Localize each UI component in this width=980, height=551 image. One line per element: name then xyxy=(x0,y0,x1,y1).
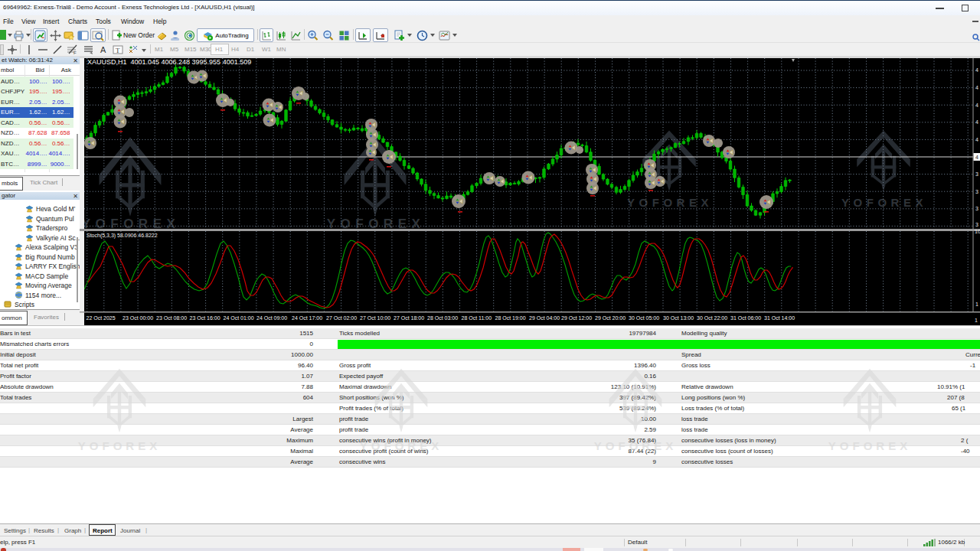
svg-text:30 Oct 13:00: 30 Oct 13:00 xyxy=(663,315,694,321)
svg-text:24 Oct 09:00: 24 Oct 09:00 xyxy=(256,315,287,321)
svg-text:31 Oct 14:00: 31 Oct 14:00 xyxy=(764,315,795,321)
svg-text:22 Oct 2025: 22 Oct 2025 xyxy=(87,315,116,321)
svg-text:28 Oct 11:00: 28 Oct 11:00 xyxy=(462,315,492,321)
svg-text:23 Oct 16:00: 23 Oct 16:00 xyxy=(190,315,220,321)
svg-text:23 Oct 00:00: 23 Oct 00:00 xyxy=(122,315,153,321)
svg-text:XAUUSD,H1 4001.045 4006.248 3: XAUUSD,H1 4001.045 4006.248 3995.955 400… xyxy=(87,58,251,66)
svg-text:4: 4 xyxy=(975,119,978,125)
svg-text:24 Oct 17:00: 24 Oct 17:00 xyxy=(292,315,322,321)
svg-text:4: 4 xyxy=(975,85,978,90)
svg-text:4: 4 xyxy=(975,155,978,160)
svg-text:10: 10 xyxy=(975,229,980,234)
svg-text:YOFOREX: YOFOREX xyxy=(841,196,927,209)
svg-text:29 Oct 04:00: 29 Oct 04:00 xyxy=(529,315,560,321)
svg-text:4: 4 xyxy=(975,137,978,142)
svg-text:3: 3 xyxy=(975,189,978,194)
svg-text:1: 1 xyxy=(975,318,978,323)
svg-text:3: 3 xyxy=(975,171,978,177)
svg-text:1: 1 xyxy=(975,302,978,307)
svg-text:3: 3 xyxy=(975,206,978,211)
svg-text:29 Oct 20:00: 29 Oct 20:00 xyxy=(595,315,626,321)
svg-text:24 Oct 01:00: 24 Oct 01:00 xyxy=(224,315,254,321)
svg-text:31 Oct 06:00: 31 Oct 06:00 xyxy=(730,315,761,321)
svg-text:F: F xyxy=(74,51,77,55)
svg-text:27 Oct 10:00: 27 Oct 10:00 xyxy=(360,315,390,321)
svg-text:4: 4 xyxy=(975,67,978,73)
svg-text:28 Oct 19:00: 28 Oct 19:00 xyxy=(495,315,526,321)
svg-text:T: T xyxy=(116,47,120,54)
svg-text:30 Oct 22:00: 30 Oct 22:00 xyxy=(697,315,727,321)
svg-text:27 Oct 18:00: 27 Oct 18:00 xyxy=(394,315,424,321)
svg-text:Stoch(5,3,3) 58.0906 46.8222: Stoch(5,3,3) 58.0906 46.8222 xyxy=(87,233,158,239)
svg-text:YOFOREX: YOFOREX xyxy=(627,196,713,209)
svg-text:27 Oct 02:00: 27 Oct 02:00 xyxy=(326,315,357,321)
svg-text:28 Oct 03:00: 28 Oct 03:00 xyxy=(427,315,458,321)
svg-text:23 Oct 08:00: 23 Oct 08:00 xyxy=(156,315,187,321)
svg-text:3: 3 xyxy=(975,222,978,227)
svg-text:4: 4 xyxy=(975,103,978,108)
svg-text:29 Oct 12:00: 29 Oct 12:00 xyxy=(561,315,592,321)
svg-text:A: A xyxy=(100,45,106,54)
svg-text:30 Oct 05:00: 30 Oct 05:00 xyxy=(629,315,659,321)
